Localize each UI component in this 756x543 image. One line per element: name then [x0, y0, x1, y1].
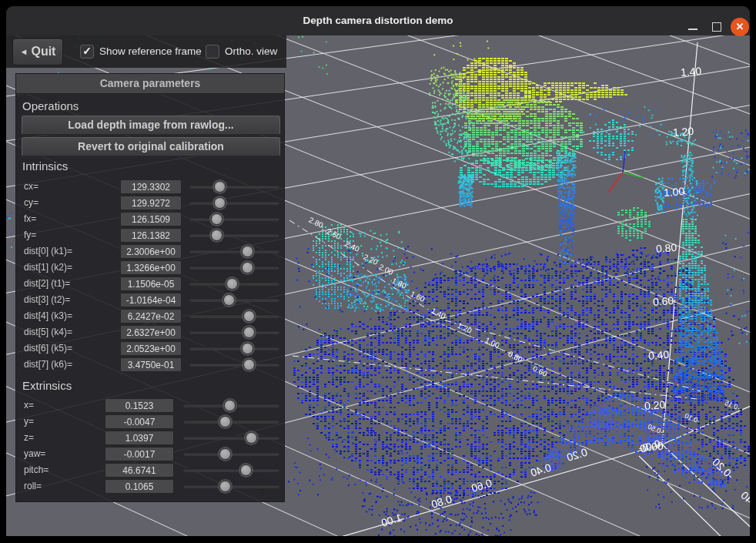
param-slider[interactable] — [183, 436, 279, 440]
camera-parameters-panel: Camera parameters Operations Load depth … — [15, 73, 285, 502]
param-value-input[interactable] — [120, 293, 182, 307]
param-slider[interactable] — [183, 468, 279, 472]
param-value-input[interactable] — [120, 260, 182, 275]
show-reference-frame-checkbox[interactable]: ✓ — [80, 45, 94, 59]
param-value-input[interactable] — [120, 357, 182, 372]
param-value-input[interactable] — [120, 309, 182, 323]
param-value-input[interactable] — [105, 479, 174, 494]
param-label: cx= — [24, 181, 38, 192]
param-value-input[interactable] — [105, 398, 174, 413]
slider-knob[interactable] — [242, 246, 253, 257]
param-slider[interactable] — [189, 217, 279, 221]
minimize-icon[interactable] — [688, 28, 697, 30]
extrinsics-section-label: Extrinsics — [22, 379, 72, 392]
param-value-input[interactable] — [120, 196, 182, 210]
revert-calibration-button[interactable]: Revert to original calibration — [22, 137, 280, 156]
param-slider[interactable] — [189, 363, 279, 367]
title-bar[interactable]: Depth camera distortion demo ✕ — [6, 6, 750, 35]
param-label: dist[2] (t1)= — [24, 278, 70, 289]
param-row: dist[3] (t2)= — [16, 292, 286, 308]
slider-knob[interactable] — [243, 310, 255, 322]
param-slider[interactable] — [189, 233, 279, 237]
param-row: roll= — [16, 478, 286, 494]
slider-knob[interactable] — [243, 359, 255, 370]
param-row: pitch= — [16, 462, 286, 478]
param-slider[interactable] — [189, 250, 279, 253]
slider-knob[interactable] — [243, 327, 255, 338]
param-slider[interactable] — [189, 314, 279, 318]
param-slider[interactable] — [189, 201, 279, 205]
slider-knob[interactable] — [214, 197, 226, 209]
toolbar: ◄Quit ✓ Show reference frame Ortho. view — [6, 35, 286, 68]
slider-knob[interactable] — [211, 213, 222, 225]
param-row: dist[0] (k1)= — [16, 243, 286, 260]
param-slider[interactable] — [189, 330, 279, 334]
ortho-view-checkbox[interactable] — [206, 45, 219, 59]
param-label: pitch= — [24, 464, 49, 475]
slider-knob[interactable] — [226, 278, 238, 290]
param-value-input[interactable] — [120, 228, 182, 243]
slider-knob[interactable] — [224, 400, 236, 411]
slider-knob[interactable] — [219, 448, 231, 460]
intrinsics-rows: cx= cy= fx= fy= dist[0] (k1)= dist[ — [16, 179, 286, 373]
param-value-input[interactable] — [120, 341, 182, 356]
app-window: Depth camera distortion demo ✕ ◄Quit ✓ S… — [0, 0, 756, 543]
slider-knob[interactable] — [219, 416, 231, 427]
param-value-input[interactable] — [105, 463, 174, 478]
slider-knob[interactable] — [211, 230, 222, 241]
slider-knob[interactable] — [214, 181, 226, 193]
param-label: dist[0] (k1)= — [24, 246, 72, 256]
param-label: dist[6] (k5)= — [24, 343, 72, 354]
param-value-input[interactable] — [120, 212, 182, 226]
param-value-input[interactable] — [120, 277, 182, 291]
slider-knob[interactable] — [242, 343, 253, 354]
slider-knob[interactable] — [240, 464, 252, 476]
param-row: dist[1] (k2)= — [16, 260, 286, 276]
window-title: Depth camera distortion demo — [6, 6, 750, 35]
checkmark-icon: ✓ — [82, 45, 92, 57]
param-row: y= — [16, 414, 286, 430]
param-slider[interactable] — [183, 484, 279, 488]
slider-knob[interactable] — [219, 481, 231, 492]
param-label: z= — [24, 432, 34, 443]
param-label: dist[4] (k3)= — [24, 310, 72, 321]
load-depth-image-button[interactable]: Load depth image from rawlog... — [22, 116, 280, 135]
param-slider[interactable] — [183, 404, 279, 407]
param-value-input[interactable] — [105, 431, 174, 445]
param-row: dist[7] (k6)= — [16, 357, 286, 373]
param-slider[interactable] — [189, 298, 279, 302]
param-row: fy= — [16, 227, 286, 243]
param-label: y= — [24, 416, 34, 427]
param-slider[interactable] — [189, 185, 279, 189]
param-label: yaw= — [24, 448, 45, 459]
param-row: yaw= — [16, 446, 286, 462]
param-slider[interactable] — [183, 452, 279, 456]
ortho-view-label: Ortho. view — [225, 45, 277, 57]
param-value-input[interactable] — [105, 414, 174, 429]
param-row: cy= — [16, 195, 286, 211]
param-slider[interactable] — [189, 347, 279, 350]
param-slider[interactable] — [189, 266, 279, 270]
param-label: x= — [24, 400, 34, 411]
param-row: fx= — [16, 211, 286, 227]
param-value-input[interactable] — [105, 447, 174, 461]
quit-button[interactable]: ◄Quit — [12, 39, 63, 65]
param-label: cy= — [24, 197, 38, 208]
param-value-input[interactable] — [120, 179, 182, 194]
param-row: z= — [16, 430, 286, 446]
param-row: x= — [16, 397, 286, 414]
maximize-icon[interactable] — [712, 22, 721, 32]
param-label: dist[7] (k6)= — [24, 359, 72, 370]
panel-title-drag-handle[interactable]: Camera parameters — [16, 74, 284, 94]
param-value-input[interactable] — [120, 244, 182, 259]
param-row: dist[4] (k3)= — [16, 308, 286, 324]
intrinsics-section-label: Intrinsics — [22, 159, 68, 173]
slider-knob[interactable] — [246, 432, 257, 444]
slider-knob[interactable] — [223, 294, 235, 306]
param-slider[interactable] — [189, 282, 279, 286]
close-icon[interactable]: ✕ — [731, 18, 749, 36]
back-arrow-icon: ◄ — [20, 47, 28, 56]
param-slider[interactable] — [183, 420, 279, 424]
slider-knob[interactable] — [242, 262, 253, 273]
param-value-input[interactable] — [120, 325, 182, 340]
